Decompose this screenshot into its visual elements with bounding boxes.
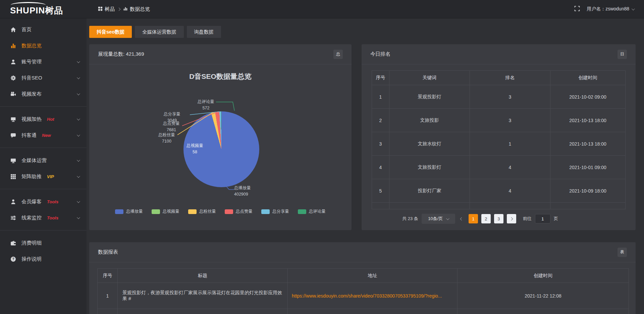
home-icon	[10, 27, 16, 33]
chart-title: D音SEO数据量总览	[89, 72, 352, 81]
chevron-down-icon	[77, 92, 80, 95]
page-button-2[interactable]: 2	[481, 214, 491, 223]
legend-item-shares[interactable]: 总分享量	[261, 209, 289, 214]
main-content: 抖音seo数据 全媒体运营数据 询盘数据 展现量总数: 421,369 总 D音…	[87, 18, 644, 314]
sidebar-item-label: 数据总览	[21, 43, 42, 49]
table-row: 4文旅投影灯42021-10-01 09:00	[372, 156, 625, 179]
pie-label-likes: 总点赞量7681	[160, 120, 183, 134]
sidebar-item-label: 抖客通	[21, 132, 37, 139]
today-ranking-panel: 今日排名 日 序号 关键词 排名 创建时间 1景观投影灯32021-10-02 …	[362, 44, 636, 230]
chevron-left-icon	[460, 217, 464, 220]
tools-badge: Tools	[47, 215, 58, 220]
prev-page-button[interactable]	[459, 218, 465, 220]
sidebar-item-accounts[interactable]: 账号管理	[0, 54, 87, 70]
sidebar-item-lead-monitor[interactable]: 线索监控 Tools	[0, 210, 87, 226]
chart-legend: 总播放量 总视频量 总粉丝量 总点赞量 总分享量 总评论量	[89, 209, 352, 214]
display-icon	[10, 116, 16, 122]
vip-badge: VIP	[47, 174, 54, 179]
sidebar-item-media-operation[interactable]: 全媒体运营	[0, 152, 87, 168]
next-page-button[interactable]	[507, 214, 516, 223]
breadcrumb-root[interactable]: 树品	[98, 6, 115, 12]
monitor-icon	[10, 157, 16, 163]
wallet-icon	[10, 240, 16, 246]
breadcrumb-separator-icon	[117, 7, 121, 11]
goto-label: 前往	[523, 216, 532, 222]
tab-media-operation-data[interactable]: 全媒体运营数据	[135, 26, 184, 38]
sidebar-item-help[interactable]: ? 操作说明	[0, 251, 87, 267]
sidebar: 首页 数据总览 账号管理 抖音SEO 视频发布 视频加热 Hot 抖客通 New…	[0, 18, 87, 314]
sidebar-item-label: 操作说明	[21, 256, 42, 262]
table-row: 1景观投影灯32021-10-02 09:00	[372, 85, 625, 109]
legend-item-fans[interactable]: 总粉丝量	[188, 209, 216, 214]
sidebar-item-douyin-seo[interactable]: 抖音SEO	[0, 70, 87, 86]
tab-douyin-seo-data[interactable]: 抖音seo数据	[89, 26, 132, 38]
sidebar-item-spend-detail[interactable]: 消费明细	[0, 235, 87, 251]
top-header: SHUPIN树品 树品 数据总览 用户名：zswodun88	[0, 0, 644, 18]
sidebar-item-video-heat[interactable]: 视频加热 Hot	[0, 111, 87, 127]
page-button-3[interactable]: 3	[494, 214, 503, 223]
sidebar-item-matrix-boost[interactable]: 矩阵助推 VIP	[0, 168, 87, 185]
report-table: 序号 标题 地址 创建时间 1 景观投影灯，夜游景观投影灯厂家展示展示落花灯在花…	[97, 268, 629, 314]
data-report-panel: 数据报表 表 序号 标题 地址 创建时间 1 景观投影灯，夜游景观投影灯厂家展示…	[89, 242, 636, 314]
sidebar-item-label: 首页	[21, 27, 32, 33]
sidebar-divider	[0, 106, 87, 107]
page-unit-label: 页	[554, 216, 558, 222]
user-icon	[10, 59, 16, 65]
table-row: 3文旅水纹灯12021-10-13 18:00	[372, 132, 625, 156]
sidebar-item-data-overview[interactable]: 数据总览	[0, 38, 87, 54]
legend-item-likes[interactable]: 总点赞量	[225, 209, 253, 214]
chevron-down-icon	[446, 217, 449, 220]
legend-swatch	[225, 209, 233, 214]
table-toggle-button[interactable]: 表	[618, 248, 627, 257]
bar-chart-icon	[123, 6, 128, 12]
total-count-label: 共 23 条	[402, 216, 418, 222]
gear-icon	[10, 75, 16, 81]
breadcrumb-current[interactable]: 数据总览	[123, 6, 150, 12]
page-button-1[interactable]: 1	[469, 214, 478, 223]
chevron-down-icon	[77, 216, 80, 219]
sidebar-item-label: 线索监控	[21, 215, 42, 221]
legend-item-comments[interactable]: 总评论量	[298, 209, 326, 214]
goto-page-input[interactable]	[535, 214, 550, 223]
day-toggle-button[interactable]: 日	[618, 50, 627, 59]
sliders-icon	[10, 215, 16, 221]
chevron-down-icon	[77, 60, 80, 63]
sidebar-item-home[interactable]: 首页	[0, 21, 87, 38]
legend-item-plays[interactable]: 总播放量	[115, 209, 143, 214]
hot-badge: Hot	[47, 117, 54, 122]
tab-inquiry-data[interactable]: 询盘数据	[187, 26, 221, 38]
pie-chart: D音SEO数据量总览 总评论量572 总分享量3049 总点赞量7681 总粉丝…	[89, 64, 352, 230]
new-badge: New	[42, 133, 51, 138]
created-time-cell: 2021-11-22 12:08	[458, 283, 629, 309]
breadcrumb: 树品 数据总览	[98, 6, 150, 12]
legend-item-videos[interactable]: 总视频量	[152, 209, 179, 214]
pie-label-fans: 总粉丝量7100	[155, 132, 178, 145]
sidebar-item-label: 视频发布	[21, 91, 42, 97]
user-menu[interactable]: 用户名：zswodun88	[587, 6, 634, 12]
sidebar-divider	[0, 189, 87, 189]
ranking-table-header: 序号 关键词 排名 创建时间	[372, 71, 625, 85]
video-url-link[interactable]: https://www.iesdouyin.com/share/video/70…	[288, 283, 458, 309]
table-row-clipped	[372, 203, 625, 209]
legend-swatch	[152, 209, 160, 214]
app-logo[interactable]: SHUPIN树品	[0, 3, 87, 15]
sidebar-item-label: 视频加热	[21, 116, 42, 122]
sidebar-item-doukentong[interactable]: 抖客通 New	[0, 127, 87, 143]
sidebar-item-video-publish[interactable]: 视频发布	[0, 86, 87, 102]
tab-bar: 抖音seo数据 全媒体运营数据 询盘数据	[89, 26, 221, 38]
sidebar-item-label: 消费明细	[21, 240, 42, 246]
sidebar-item-label: 矩阵助推	[21, 173, 42, 180]
fullscreen-icon[interactable]	[574, 6, 580, 12]
report-table-header: 序号 标题 地址 创建时间	[98, 269, 629, 283]
sidebar-item-label: 会员爆客	[21, 199, 42, 205]
sidebar-item-member-burst[interactable]: 会员爆客 Tools	[0, 194, 87, 210]
total-toggle-button[interactable]: 总	[333, 50, 343, 59]
legend-swatch	[261, 209, 270, 214]
tools-badge: Tools	[47, 199, 58, 204]
chevron-down-icon	[77, 200, 80, 203]
sidebar-divider	[0, 230, 87, 230]
page-size-select[interactable]: 10条/页	[422, 214, 455, 224]
report-panel-title: 数据报表	[98, 249, 118, 255]
username-label: 用户名：zswodun88	[587, 6, 629, 12]
table-row: 2文旅投影32021-10-13 18:00	[372, 109, 625, 132]
